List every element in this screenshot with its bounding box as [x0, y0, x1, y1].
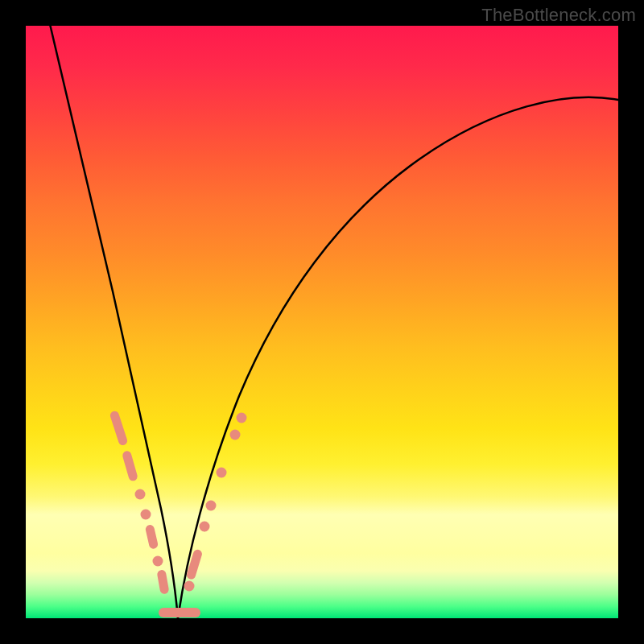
chart-frame: TheBottleneck.com	[0, 0, 644, 644]
marker-dot	[156, 569, 169, 594]
curve-right-branch	[178, 97, 618, 618]
marker-dot	[122, 450, 138, 482]
marker-dot	[206, 501, 217, 511]
watermark-text: TheBottleneck.com	[481, 5, 636, 26]
marker-dot	[237, 413, 247, 423]
marker-dot	[159, 608, 200, 617]
curve-left-branch	[50, 24, 178, 618]
marker-dot	[141, 510, 151, 520]
marker-dot	[109, 410, 128, 446]
marker-dot	[153, 556, 163, 567]
marker-dot	[135, 489, 146, 500]
marker-dot	[200, 522, 210, 532]
marker-dot	[184, 581, 195, 592]
marker-dot	[230, 430, 241, 440]
plot-area	[26, 26, 618, 618]
marker-dot	[217, 468, 227, 478]
marker-dot	[145, 524, 159, 550]
curve-layer	[26, 26, 618, 618]
